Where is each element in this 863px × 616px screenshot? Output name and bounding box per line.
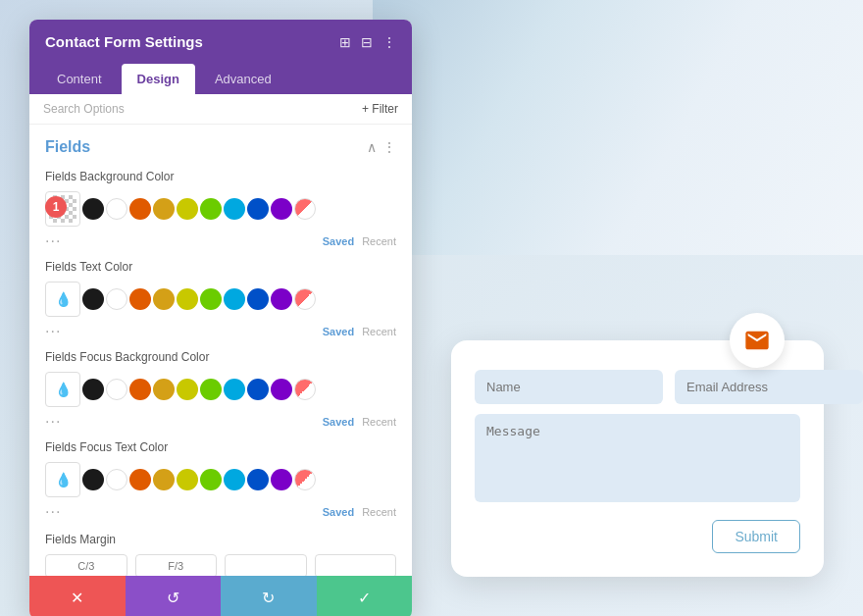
focus-text-swatch-orange[interactable] bbox=[129, 469, 151, 490]
text-more-dots[interactable]: ··· bbox=[45, 323, 61, 340]
focus-text-recent: Recent bbox=[362, 506, 396, 518]
focus-text-saved-recent: Saved Recent bbox=[323, 506, 396, 518]
color-swatch-blue[interactable] bbox=[247, 198, 269, 220]
more-colors-dots[interactable]: ··· bbox=[45, 232, 61, 250]
focus-bg-swatch-stripe[interactable] bbox=[294, 379, 316, 400]
focus-bg-swatch-orange[interactable] bbox=[129, 379, 151, 400]
section-more-icon[interactable]: ⋮ bbox=[382, 139, 396, 155]
expand-icon[interactable]: ⊟ bbox=[361, 34, 373, 50]
fields-section-header: Fields ∧ ⋮ bbox=[45, 138, 396, 156]
focus-text-swatch-stripe[interactable] bbox=[294, 469, 316, 490]
text-swatch-white[interactable] bbox=[106, 288, 127, 310]
tab-content[interactable]: Content bbox=[41, 64, 118, 94]
submit-button[interactable]: Submit bbox=[712, 520, 800, 553]
focus-text-saved: Saved bbox=[323, 506, 354, 518]
text-swatch-gold[interactable] bbox=[153, 288, 175, 310]
focus-text-swatch-white[interactable] bbox=[106, 469, 127, 490]
text-swatch-stripe[interactable] bbox=[294, 288, 316, 310]
color-swatch-lime[interactable] bbox=[200, 198, 222, 220]
margin-top-col: Top bbox=[45, 554, 127, 576]
text-swatch-black[interactable] bbox=[82, 288, 104, 310]
message-textarea[interactable] bbox=[475, 414, 800, 502]
text-color-picker[interactable]: 💧 bbox=[45, 282, 80, 317]
focus-bg-swatch-cyan[interactable] bbox=[224, 379, 245, 400]
save-button[interactable]: ✓ bbox=[317, 576, 413, 616]
email-input[interactable] bbox=[675, 370, 863, 404]
fields-title: Fields bbox=[45, 138, 90, 156]
focus-text-swatch-yellow[interactable] bbox=[177, 469, 198, 490]
margin-left-col: Left bbox=[225, 554, 307, 576]
color-swatch-purple[interactable] bbox=[271, 198, 292, 220]
focus-bg-picker[interactable]: 💧 bbox=[45, 372, 80, 407]
text-swatch-orange[interactable] bbox=[129, 288, 151, 310]
step-badge: 1 bbox=[45, 196, 67, 218]
margin-right-input[interactable] bbox=[315, 554, 397, 576]
form-name-email-row bbox=[475, 370, 800, 404]
text-swatch-purple[interactable] bbox=[271, 288, 292, 310]
color-swatch-black[interactable] bbox=[82, 198, 104, 220]
focus-bg-swatch-gold[interactable] bbox=[153, 379, 175, 400]
focus-text-more-dots[interactable]: ··· bbox=[45, 503, 61, 521]
focus-bg-swatch-yellow[interactable] bbox=[177, 379, 198, 400]
text-recent: Recent bbox=[362, 326, 396, 337]
focus-text-swatch-blue[interactable] bbox=[247, 469, 269, 490]
text-swatch-blue[interactable] bbox=[247, 288, 269, 310]
saved-label: Saved bbox=[323, 235, 354, 247]
name-input[interactable] bbox=[475, 370, 663, 404]
color-swatch-white[interactable] bbox=[106, 198, 127, 220]
tab-advanced[interactable]: Advanced bbox=[199, 64, 287, 94]
text-saved: Saved bbox=[323, 326, 354, 337]
focus-text-picker[interactable]: 💧 bbox=[45, 462, 80, 497]
cancel-button[interactable]: ✕ bbox=[29, 576, 126, 616]
more-icon[interactable]: ⋮ bbox=[382, 34, 396, 50]
focus-text-swatch-lime[interactable] bbox=[200, 469, 222, 490]
fields-focus-text-row: 💧 bbox=[45, 462, 396, 497]
panel-tabs: Content Design Advanced bbox=[29, 64, 412, 94]
redo-button[interactable]: ↻ bbox=[221, 576, 317, 616]
collapse-icon[interactable]: ∧ bbox=[367, 139, 377, 155]
focus-bg-swatch-white[interactable] bbox=[106, 379, 127, 400]
panel-search-bar: Search Options + Filter bbox=[29, 94, 412, 125]
undo-button[interactable]: ↺ bbox=[126, 576, 222, 616]
fields-text-color-label: Fields Text Color bbox=[45, 260, 396, 274]
focus-bg-swatch-purple[interactable] bbox=[271, 379, 292, 400]
text-swatch-cyan[interactable] bbox=[224, 288, 245, 310]
color-swatch-gold[interactable] bbox=[153, 198, 175, 220]
focus-text-swatch-cyan[interactable] bbox=[224, 469, 245, 490]
panel-bottom-bar: ✕ ↺ ↻ ✓ bbox=[29, 576, 412, 616]
focus-text-swatch-gold[interactable] bbox=[153, 469, 175, 490]
color-swatch-yellow[interactable] bbox=[177, 198, 198, 220]
fields-bg-color-row bbox=[45, 191, 396, 227]
search-placeholder[interactable]: Search Options bbox=[43, 102, 125, 116]
panel-title: Contact Form Settings bbox=[45, 33, 203, 50]
filter-button[interactable]: + Filter bbox=[362, 102, 398, 116]
margin-bottom-input[interactable] bbox=[135, 554, 218, 576]
saved-recent-row: Saved Recent bbox=[323, 235, 396, 247]
margin-left-input[interactable] bbox=[225, 554, 307, 576]
settings-icon[interactable]: ⊞ bbox=[339, 34, 351, 50]
fields-text-color-row: 💧 bbox=[45, 282, 396, 317]
tab-design[interactable]: Design bbox=[122, 64, 195, 94]
settings-panel: Contact Form Settings ⊞ ⊟ ⋮ Content Desi… bbox=[29, 20, 412, 616]
focus-bg-swatch-lime[interactable] bbox=[200, 379, 222, 400]
color-swatch-cyan[interactable] bbox=[224, 198, 245, 220]
focus-bg-saved: Saved bbox=[323, 416, 354, 428]
margin-right-col: Right bbox=[315, 554, 397, 576]
text-swatch-yellow[interactable] bbox=[177, 288, 198, 310]
text-swatch-lime[interactable] bbox=[200, 288, 222, 310]
fields-margin-label: Fields Margin bbox=[45, 533, 396, 546]
color-swatch-orange[interactable] bbox=[129, 198, 151, 220]
focus-text-swatch-purple[interactable] bbox=[271, 469, 292, 490]
focus-bg-more-dots[interactable]: ··· bbox=[45, 413, 61, 431]
text-saved-recent: Saved Recent bbox=[323, 326, 396, 337]
fields-focus-text-label: Fields Focus Text Color bbox=[45, 440, 396, 454]
focus-bg-swatch-blue[interactable] bbox=[247, 379, 269, 400]
submit-row: Submit bbox=[475, 520, 800, 553]
margin-top-input[interactable] bbox=[45, 554, 127, 576]
focus-text-swatch-black[interactable] bbox=[82, 469, 104, 490]
fields-bg-color-label: Fields Background Color bbox=[45, 170, 396, 183]
panel-header: Contact Form Settings ⊞ ⊟ ⋮ bbox=[29, 20, 412, 64]
mail-icon bbox=[743, 327, 771, 354]
color-swatch-stripe[interactable] bbox=[294, 198, 316, 220]
focus-bg-swatch-black[interactable] bbox=[82, 379, 104, 400]
